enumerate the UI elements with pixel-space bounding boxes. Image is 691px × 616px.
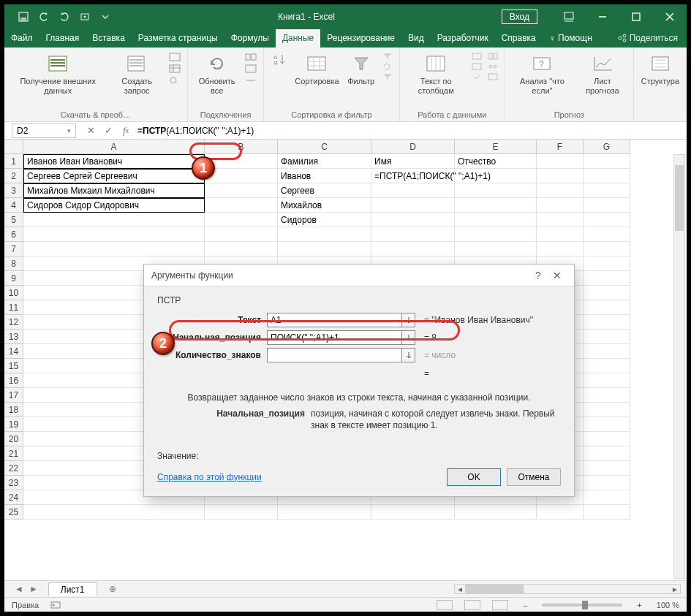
- cell-C1[interactable]: Фамилия: [278, 154, 371, 169]
- cell-A6[interactable]: [23, 227, 205, 242]
- cell-D1[interactable]: Имя: [371, 154, 455, 169]
- cell-G24[interactable]: [584, 490, 630, 505]
- cell-F1[interactable]: [537, 154, 584, 169]
- cell-G13[interactable]: [584, 330, 630, 344]
- row-header[interactable]: 3: [4, 183, 23, 198]
- row-header[interactable]: 22: [4, 461, 23, 476]
- row-header[interactable]: 9: [4, 271, 23, 286]
- new-query-button[interactable]: Создать запрос: [108, 50, 165, 96]
- cell-G14[interactable]: [584, 344, 630, 359]
- row-header[interactable]: 14: [4, 344, 23, 359]
- sheet-tab[interactable]: Лист1: [48, 582, 97, 596]
- arg-numchars-input[interactable]: [267, 348, 402, 362]
- new-sheet-button[interactable]: ⊕: [105, 581, 121, 597]
- horizontal-scrollbar[interactable]: ◄►: [121, 584, 687, 594]
- row-header[interactable]: 1: [4, 154, 23, 169]
- col-header[interactable]: D: [371, 140, 455, 154]
- cell-G6[interactable]: [584, 227, 630, 242]
- cell-F2[interactable]: [537, 169, 584, 183]
- undo-icon[interactable]: [38, 11, 50, 23]
- cell-A1[interactable]: Иванов Иван Иванович: [23, 154, 205, 169]
- advanced-filter-button[interactable]: [380, 72, 395, 81]
- zoom-in-icon[interactable]: +: [634, 601, 644, 609]
- row-header[interactable]: 19: [4, 417, 23, 432]
- cell-A3[interactable]: Михайлов Михаил Михайлович: [23, 183, 205, 198]
- dialog-close-button[interactable]: ✕: [548, 270, 567, 281]
- tab-developer[interactable]: Разработчик: [431, 29, 495, 47]
- cell-G4[interactable]: [584, 198, 630, 213]
- cell-E4[interactable]: [455, 198, 537, 213]
- function-help-link[interactable]: Справка по этой функции: [157, 472, 262, 482]
- cell-E7[interactable]: [455, 242, 537, 256]
- col-header[interactable]: A: [23, 140, 205, 154]
- tab-data[interactable]: Данные: [276, 29, 320, 47]
- cell-G9[interactable]: [584, 271, 630, 286]
- refresh-all-button[interactable]: Обновить все: [192, 50, 241, 96]
- cell-E25[interactable]: [455, 505, 537, 520]
- cell-G17[interactable]: [584, 388, 630, 403]
- arg-text-input[interactable]: A1: [267, 313, 402, 327]
- cell-G11[interactable]: [584, 300, 630, 315]
- zoom-out-icon[interactable]: –: [520, 601, 530, 609]
- cell-E2[interactable]: [455, 169, 537, 183]
- tab-pagelayout[interactable]: Разметка страницы: [132, 29, 224, 47]
- macro-record-icon[interactable]: [50, 601, 61, 609]
- select-all-corner[interactable]: [4, 140, 23, 154]
- cell-D7[interactable]: [371, 242, 455, 256]
- enter-formula-icon[interactable]: ✓: [99, 125, 117, 136]
- cell-A25[interactable]: [23, 505, 205, 520]
- col-header[interactable]: G: [584, 140, 630, 154]
- tell-me[interactable]: ♀ Помощн: [543, 29, 599, 47]
- range-select-icon[interactable]: [402, 330, 415, 345]
- range-select-icon[interactable]: [402, 348, 415, 362]
- text-to-columns-button[interactable]: Текст по столбцам: [404, 50, 468, 96]
- clear-filter-button[interactable]: [380, 52, 395, 61]
- cell-B7[interactable]: [205, 242, 278, 256]
- sort-button[interactable]: Сортировка: [292, 50, 341, 88]
- outline-button[interactable]: Структура: [638, 50, 682, 88]
- cell-G8[interactable]: [584, 256, 630, 271]
- cell-C7[interactable]: [278, 242, 371, 256]
- manage-data-model-button[interactable]: [486, 72, 500, 81]
- from-table-button[interactable]: [167, 64, 183, 74]
- cell-B5[interactable]: [205, 213, 278, 227]
- cell-G20[interactable]: [584, 432, 630, 446]
- filter-button[interactable]: Фильтр: [344, 50, 379, 88]
- cell-B2[interactable]: [205, 169, 278, 183]
- cell-G10[interactable]: [584, 286, 630, 300]
- cell-F7[interactable]: [537, 242, 584, 256]
- cell-F4[interactable]: [537, 198, 584, 213]
- tab-file[interactable]: Файл: [4, 29, 39, 47]
- cell-G19[interactable]: [584, 417, 630, 432]
- row-header[interactable]: 4: [4, 198, 23, 213]
- cell-G15[interactable]: [584, 359, 630, 373]
- data-validation-button[interactable]: [469, 72, 484, 81]
- save-icon[interactable]: [18, 11, 29, 23]
- ribbon-options-icon[interactable]: [552, 4, 586, 28]
- cell-D2[interactable]: =ПСТР(A1;ПОИСК(" ";A1)+1): [371, 169, 455, 183]
- cell-C2[interactable]: Иванов: [278, 169, 371, 183]
- minimize-button[interactable]: [586, 4, 619, 28]
- cell-F25[interactable]: [537, 505, 584, 520]
- signin-button[interactable]: Вход: [502, 9, 537, 24]
- cell-D3[interactable]: [371, 183, 455, 198]
- cell-A7[interactable]: [23, 242, 205, 256]
- row-header[interactable]: 23: [4, 476, 23, 490]
- row-header[interactable]: 10: [4, 286, 23, 300]
- row-header[interactable]: 16: [4, 373, 23, 388]
- cell-D5[interactable]: [371, 213, 455, 227]
- cell-A5[interactable]: [23, 213, 205, 227]
- connections-button[interactable]: [243, 52, 259, 62]
- formula-input[interactable]: =ПСТР(A1;ПОИСК(" ";A1)+1): [135, 126, 687, 136]
- row-header[interactable]: 12: [4, 315, 23, 330]
- cancel-button[interactable]: Отмена: [507, 468, 561, 486]
- edit-links-button[interactable]: [243, 75, 259, 85]
- remove-duplicates-button[interactable]: [469, 62, 484, 71]
- cell-G25[interactable]: [584, 505, 630, 520]
- cell-G3[interactable]: [584, 183, 630, 198]
- show-queries-button[interactable]: [167, 52, 183, 62]
- row-header[interactable]: 11: [4, 300, 23, 315]
- row-header[interactable]: 2: [4, 169, 23, 183]
- row-header[interactable]: 18: [4, 403, 23, 417]
- cell-F5[interactable]: [537, 213, 584, 227]
